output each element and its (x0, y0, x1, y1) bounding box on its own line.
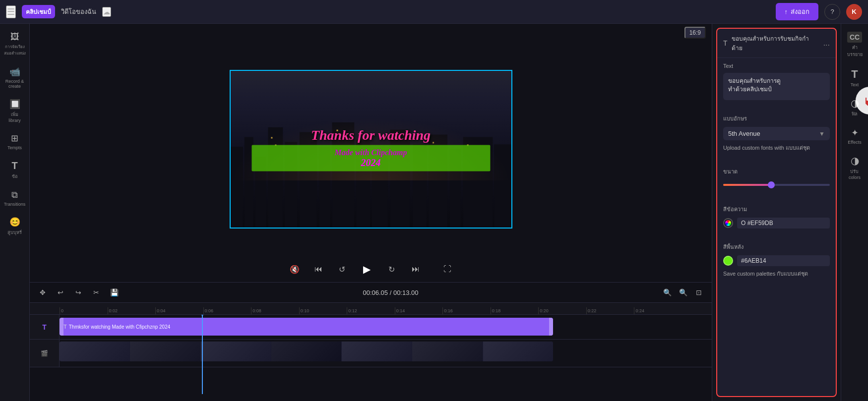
skip-forward-button[interactable]: ⏭ (408, 261, 424, 277)
video-preview-container: Thanks for watching Made with Clipchamp … (30, 42, 712, 256)
video-track-content (60, 340, 712, 367)
video-track-clip[interactable] (60, 342, 553, 361)
timeline-playhead[interactable] (202, 315, 203, 394)
cloud-icon[interactable]: ☁ (102, 7, 111, 17)
play-button[interactable]: ▶ (358, 260, 376, 278)
sidebar-library-label: เพิ่มlibrary (8, 111, 21, 123)
text-track-content: T Thmksfor watching Made with Cfipchznp … (60, 315, 712, 339)
text-sidebar-icon: T (11, 160, 17, 172)
topbar: ☰ คลิปเชมป์ วิดีโอของฉัน ☁ ↑ ส่งออก ? K (0, 0, 868, 24)
font-upload-link[interactable]: Upload custom fonts with แบบแต่ชุด (723, 143, 830, 152)
mute-button[interactable]: 🔇 (287, 261, 303, 277)
colors-icon: ◑ (851, 155, 859, 167)
fit-button[interactable]: ⊡ (692, 286, 706, 299)
font-chevron-icon: ▼ (819, 130, 825, 137)
ruler-mark-22: 0:22 (586, 307, 634, 314)
zoom-out-button[interactable]: 🔍 (660, 286, 674, 299)
text-color-circle[interactable] (723, 218, 733, 228)
sidebar-record-label: Record &create (5, 79, 24, 89)
record-icon: 📹 (9, 66, 20, 77)
right-icon-effects[interactable]: ✦ Effects (842, 123, 867, 149)
text-track-row: T T Thmksfor watching Made with Cfipchzn… (30, 315, 712, 340)
text-props-header: T ขอบคุณสำหรับการรับชมกิจกำด้าย ... (717, 29, 836, 58)
sidebar-item-library[interactable]: 🔲 เพิ่มlibrary (2, 95, 28, 127)
timeline-ruler-marks: 0 0:02 0:04 0:06 0:08 0:10 0:12 0:14 0:1… (30, 303, 712, 314)
fullscreen-button[interactable]: ⛶ (439, 261, 455, 277)
ruler-mark-8: 0:08 (251, 307, 299, 314)
zoom-in-button[interactable]: 🔍 (676, 286, 690, 299)
right-icon-filter[interactable]: ◑ ฟิล (842, 93, 867, 121)
font-selector[interactable]: 5th Avenue ▼ (723, 127, 830, 140)
sidebar-templates-label: Tempts (7, 145, 22, 150)
ruler-mark-14: 0:14 (395, 307, 443, 314)
timeline-zoom-controls: 🔍 🔍 ⊡ (660, 286, 706, 299)
clip-text-icon: T (63, 324, 67, 330)
clip-label: Thmksfor watching Made with Cfipchznp 20… (69, 324, 171, 330)
text-content-box[interactable]: ขอบคุณสำหรับการดู ทำด้วยคลิปเชมป์ (723, 73, 830, 100)
video-track-label-col: 🎬 (30, 340, 60, 367)
select-tool-button[interactable]: ✥ (36, 286, 50, 299)
right-icon-captions[interactable]: CC คำ บรรยาย (842, 28, 867, 62)
video-thumb-1 (60, 342, 129, 361)
aspect-ratio-button[interactable]: 16:9 (684, 27, 706, 39)
bg-color-row: #6AEB14 (723, 255, 830, 266)
sidebar-item-record[interactable]: 📹 Record &create (2, 62, 28, 93)
ruler-mark-4: 0:04 (155, 307, 203, 314)
font-section-label: แบบอักษร (723, 114, 830, 123)
ruler-mark-16: 0:16 (442, 307, 491, 314)
effects-icon: ✦ (851, 127, 859, 138)
bg-color-hex[interactable]: #6AEB14 (737, 255, 830, 266)
right-panel: T ขอบคุณสำหรับการรับชมกิจกำด้าย ... Text… (712, 24, 841, 401)
rewind-button[interactable]: ↺ (334, 261, 350, 277)
export-button[interactable]: ↑ ส่งออก (776, 3, 819, 20)
text-section: Text ขอบคุณสำหรับการดู ทำด้วยคลิปเชมป์ (717, 58, 836, 109)
text-color-hex[interactable]: O #EF59DB (737, 218, 830, 229)
filter-label: ฟิล (852, 111, 858, 117)
sidebar-item-templates[interactable]: ⊞ Tempts (2, 129, 28, 154)
text-track-icon: T (42, 323, 47, 331)
size-section: ขนาด (717, 162, 836, 195)
bg-color-circle[interactable] (723, 256, 733, 266)
templates-icon: ⊞ (11, 133, 18, 144)
text-color-section: สีข้อความ O #EF59DB (717, 200, 836, 237)
size-slider-track[interactable] (723, 184, 830, 186)
text-props-more-button[interactable]: ... (823, 39, 830, 48)
ruler-mark-2: 0:02 (108, 307, 156, 314)
video-thumb-6 (412, 342, 482, 361)
bg-color-section: สีพื้นหลัง #6AEB14 Save custom palettes … (717, 237, 836, 283)
video-thumb-5 (342, 342, 412, 361)
text-content-line2: ทำด้วยคลิปเชมป์ (728, 85, 825, 94)
right-icon-colors[interactable]: ◑ ปรับcolors (842, 151, 867, 184)
ruler-mark-20: 0:20 (538, 307, 586, 314)
right-icon-text[interactable]: T Text (842, 64, 867, 91)
save-palette-suffix: กับแบบแต่ชุด (777, 271, 808, 277)
sidebar-item-media[interactable]: 🖼 การจัดเรียงสมอตำแหน่ง (2, 28, 28, 60)
help-button[interactable]: ? (824, 4, 840, 20)
bg-color-section-label: สีพื้นหลัง (723, 242, 830, 251)
avatar[interactable]: K (846, 4, 862, 20)
redo-button[interactable]: ↪ (71, 286, 85, 299)
forward-button[interactable]: ↻ (384, 261, 400, 277)
text-properties-panel: T ขอบคุณสำหรับการรับชมกิจกำด้าย ... Text… (716, 28, 837, 397)
undo-button[interactable]: ↩ (54, 286, 67, 299)
cut-button[interactable]: ✂ (89, 286, 103, 299)
filter-icon: ◑ (851, 97, 859, 109)
colors-label: ปรับcolors (849, 168, 861, 180)
timeline-tracks: T T Thmksfor watching Made with Cfipchzn… (30, 315, 712, 394)
sidebar-item-text[interactable]: T ข้อ (2, 156, 28, 184)
save-button[interactable]: 💾 (107, 286, 121, 299)
sidebar-item-stickers[interactable]: 😊 สูบบุหรี่ (2, 213, 28, 240)
save-palette-link[interactable]: Save custom palettes กับแบบแต่ชุด (723, 269, 830, 278)
text-content-line1: ขอบคุณสำหรับการดู (728, 77, 825, 85)
clip-handle-right[interactable] (549, 318, 553, 336)
text-right-icon: T (851, 68, 858, 81)
video-year-text: 2024 (257, 157, 484, 168)
clip-handle-left[interactable] (60, 318, 63, 336)
size-slider-thumb[interactable] (768, 181, 775, 188)
skip-back-button[interactable]: ⏮ (310, 261, 326, 277)
menu-icon[interactable]: ☰ (6, 5, 16, 18)
timeline-time-display: 00:06.05 / 00:13.00 (125, 289, 656, 296)
text-track-clip[interactable]: T Thmksfor watching Made with Cfipchznp … (60, 318, 553, 336)
sidebar-item-transitions[interactable]: ⧉ Transitions (2, 186, 28, 211)
export-icon: ↑ (785, 8, 788, 15)
